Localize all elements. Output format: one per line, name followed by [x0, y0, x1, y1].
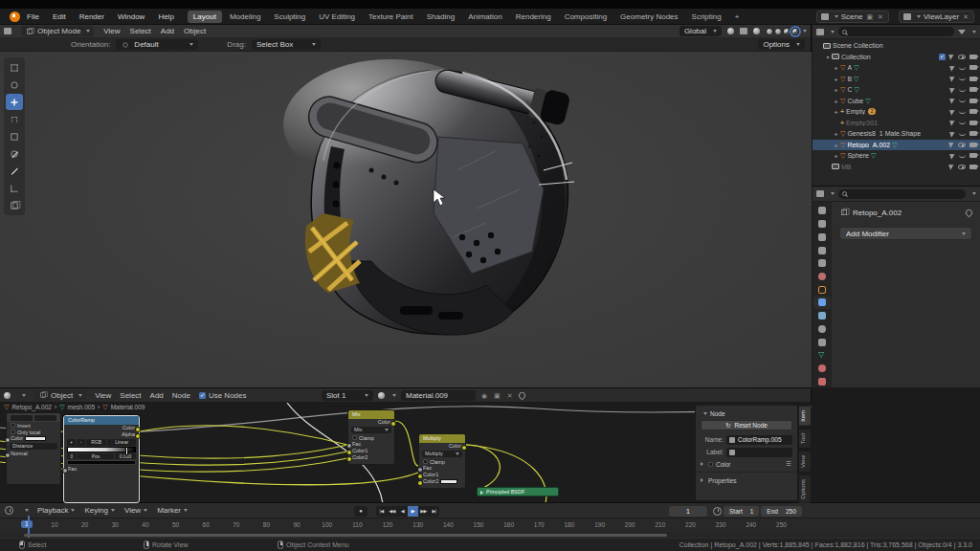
workspace-tab-uv-editing[interactable]: UV Editing	[313, 11, 361, 23]
workspace-tab-geometry-nodes[interactable]: Geometry Nodes	[614, 11, 683, 23]
checkbox-icon[interactable]	[708, 462, 713, 467]
outliner-row-empty-001[interactable]: +Empty.001	[813, 118, 980, 129]
camera-icon[interactable]	[969, 87, 977, 92]
material-slot-dropdown[interactable]: Slot 1	[322, 390, 373, 401]
topbar-menu-edit[interactable]: Edit	[53, 12, 66, 21]
shader-menu-node[interactable]: Node	[172, 391, 190, 400]
filter-icon[interactable]	[958, 30, 966, 34]
timeline-menu-marker[interactable]: Marker	[157, 506, 188, 515]
properties-tab-constraints[interactable]	[813, 336, 831, 348]
node-label-field[interactable]	[726, 448, 792, 457]
cursor-icon[interactable]	[948, 164, 955, 170]
sidebar-tab-item[interactable]: Item	[798, 406, 812, 427]
properties-tab-render[interactable]	[813, 218, 831, 231]
checkbox-icon[interactable]	[11, 430, 15, 434]
helmet-model[interactable]	[256, 55, 601, 342]
node-multiply-header[interactable]: Multiply	[419, 434, 465, 443]
stop-index-field[interactable]: 0	[67, 453, 77, 459]
material-name-field[interactable]: Material.009	[401, 390, 476, 401]
chevron-down-icon[interactable]: ▾	[824, 54, 832, 60]
topbar-menu-file[interactable]: File	[27, 12, 39, 21]
cursor-icon[interactable]	[949, 120, 956, 126]
orientation-setting-dropdown[interactable]: Default	[116, 39, 198, 50]
chevron-right-icon[interactable]: ▸	[833, 76, 840, 82]
pin-icon[interactable]	[965, 208, 974, 217]
frame-end-field[interactable]: End250	[761, 506, 801, 517]
pivot-point-icon[interactable]	[727, 28, 734, 34]
shading-material-icon[interactable]	[783, 28, 791, 35]
timeline-menu-playback[interactable]: Playback	[37, 506, 75, 515]
timeline-ruler[interactable]: 1 10203040506070809010011012013014015016…	[0, 518, 980, 532]
properties-tab-tool[interactable]	[813, 205, 831, 217]
colorramp-gradient[interactable]	[67, 447, 136, 452]
node-name-field[interactable]: ColorRamp.005	[726, 435, 792, 445]
close-icon[interactable]: ✕	[877, 13, 884, 21]
pin-icon[interactable]	[517, 391, 526, 401]
fake-user-icon[interactable]: ◉	[480, 392, 488, 400]
camera-icon[interactable]	[969, 153, 977, 158]
topbar-menu-help[interactable]: Help	[158, 12, 173, 21]
cursor-icon[interactable]	[949, 86, 956, 93]
tool-scale[interactable]	[6, 128, 23, 144]
eye-closed-icon[interactable]	[959, 88, 966, 92]
jump-to-end-button[interactable]: ▶|	[429, 506, 439, 517]
node-mix[interactable]: Mix Color Mix Clamp Fac Color1 Color2	[347, 409, 395, 465]
eye-closed-icon[interactable]	[959, 121, 966, 124]
viewport-menu-select[interactable]: Select	[130, 27, 151, 35]
cursor-icon[interactable]	[949, 130, 956, 137]
workspace-tab-scripting[interactable]: Scripting	[686, 11, 727, 23]
timeline-menu-keying[interactable]: Keying	[84, 506, 114, 515]
add-modifier-button[interactable]: Add Modifier	[839, 227, 972, 240]
mode-dropdown[interactable]: Object Mode	[21, 26, 94, 36]
cursor-icon[interactable]	[949, 108, 956, 115]
use-nodes-toggle[interactable]: ✓ Use Nodes	[199, 391, 247, 400]
camera-icon[interactable]	[969, 143, 977, 147]
tool-cursor[interactable]	[6, 77, 23, 93]
3d-viewport[interactable]: Object Mode ViewSelectAddObject Global	[0, 25, 812, 387]
play-button[interactable]: ▶	[408, 506, 418, 517]
node-colorramp-header[interactable]: ColorRamp	[64, 416, 139, 425]
remove-stop-button[interactable]: -	[77, 439, 85, 446]
camera-icon[interactable]	[969, 121, 977, 125]
interpolation-dropdown[interactable]: Linear	[107, 439, 136, 446]
preview-range-icon[interactable]	[713, 507, 722, 516]
node-canvas[interactable]: ▽Retopo_A.002›▽mesh.005›▽Material.009 In…	[0, 403, 812, 503]
camera-icon[interactable]	[969, 55, 977, 59]
chevron-right-icon[interactable]: ▸	[833, 108, 840, 115]
node-slider[interactable]: Distance	[10, 443, 57, 450]
eye-closed-icon[interactable]	[959, 154, 966, 158]
current-frame-field[interactable]: 1	[669, 506, 707, 517]
checkbox-icon[interactable]	[11, 423, 15, 428]
sidebar-tab-tool[interactable]: Tool	[798, 429, 812, 449]
camera-icon[interactable]	[969, 165, 977, 169]
shader-type-dropdown[interactable]: Object	[34, 390, 86, 401]
drag-dropdown[interactable]: Select Box	[252, 39, 321, 50]
current-frame-marker[interactable]: 1	[21, 520, 33, 528]
eye-open-icon[interactable]	[958, 165, 966, 169]
new-scene-icon[interactable]: ▣	[865, 13, 874, 21]
properties-tab-output[interactable]	[813, 231, 831, 243]
checkbox-checked-icon[interactable]: ✓	[939, 54, 946, 60]
checkbox-icon[interactable]	[352, 435, 357, 440]
tool-rotate[interactable]	[6, 111, 23, 127]
eye-closed-icon[interactable]	[959, 110, 966, 114]
editor-type-icon[interactable]	[4, 392, 11, 399]
next-keyframe-button[interactable]: ▶▶	[418, 506, 429, 517]
color-mode-dropdown[interactable]: RGB	[86, 439, 106, 446]
viewport-menu-view[interactable]: View	[103, 27, 120, 35]
eye-closed-icon[interactable]	[959, 77, 966, 80]
stop-color-swatch[interactable]	[67, 460, 136, 465]
camera-icon[interactable]	[969, 131, 977, 136]
workspace-tab-compositing[interactable]: Compositing	[559, 11, 612, 23]
snap-icon[interactable]	[740, 28, 747, 34]
eye-closed-icon[interactable]	[959, 66, 966, 70]
outliner-row-c[interactable]: ▸▽C▽	[813, 84, 980, 96]
chevron-right-icon[interactable]: ▸	[833, 64, 840, 71]
outliner-row-a[interactable]: ▸▽A▽	[813, 62, 980, 74]
shader-menu-add[interactable]: Add	[150, 391, 164, 400]
node-left-partial[interactable]: Invert Only local Color Distance Normal	[6, 412, 61, 485]
camera-icon[interactable]	[969, 99, 977, 103]
outliner-row-genesis8-1-male-shape[interactable]: ▸▽Genesis8_1 Male.Shape	[813, 128, 980, 140]
tool-add-cube[interactable]	[6, 197, 23, 213]
properties-tab-world[interactable]	[813, 271, 831, 283]
